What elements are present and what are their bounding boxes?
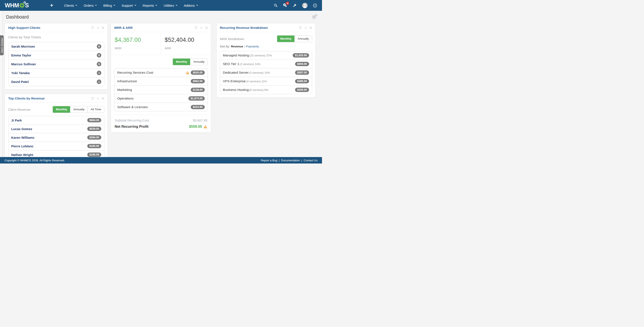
cost-label: Operations — [117, 96, 134, 100]
refresh-icon[interactable] — [194, 26, 198, 29]
whmcs-logo[interactable]: WHM S — [5, 2, 29, 9]
ticket-count-badge: 5 — [97, 62, 101, 66]
table-row[interactable]: Managed Hosting(25 services) 37%$1,625.0… — [220, 51, 312, 60]
table-row[interactable]: Karen Williams$384.00 — [8, 133, 104, 142]
panel-tools — [91, 97, 104, 100]
subtitle-row: Client Revenue Monthly Annually All Time — [8, 106, 104, 113]
help-icon[interactable]: ? — [313, 3, 317, 7]
table-row[interactable]: VPS Enterprise(4 services) 11%$480.00 — [220, 77, 312, 86]
period-toggle: Monthly Annually — [173, 58, 208, 65]
refresh-icon[interactable] — [299, 26, 302, 29]
arr-stat: $52,404.00 ARR — [161, 32, 211, 55]
main-content: Dashboard High Support Clients Clie — [0, 11, 322, 157]
product-name: Business Hosting — [223, 88, 249, 92]
table-row[interactable]: SEO Tier 1(2 services) 14%$600.00 — [220, 60, 312, 68]
period-toggle: Monthly Annually — [277, 35, 312, 42]
refresh-icon[interactable] — [91, 26, 94, 29]
top-navbar: WHM S + Clients Orders Billing Support R… — [0, 0, 322, 11]
modules-icon[interactable] — [283, 3, 287, 7]
client-name: Lucas Gomez — [11, 127, 32, 131]
toggle-annually[interactable]: Annually — [294, 35, 312, 42]
menu-support[interactable]: Support — [118, 0, 140, 10]
collapse-icon[interactable] — [200, 26, 203, 29]
table-row[interactable]: Nathan Wright$185.00 — [8, 151, 104, 157]
table-row[interactable]: Marcus Sullivan5 — [8, 60, 104, 69]
sort-option-popularity[interactable]: Popularity — [246, 45, 259, 48]
cost-badge: $223.95 — [191, 105, 205, 109]
close-icon[interactable] — [205, 26, 208, 29]
table-row[interactable]: Emma Taylor6 — [8, 51, 104, 60]
revenue-badge: $384.00 — [87, 135, 101, 140]
table-row[interactable]: Pierre Leblanc$185.00 — [8, 142, 104, 151]
revenue-badge: $480.00 — [295, 79, 309, 83]
panel-mrr-arr: MRR & ARR $4,367.00 MRR $52,404.00 ARR — [111, 23, 211, 133]
chevron-down-icon — [134, 5, 136, 6]
svg-text:?: ? — [314, 4, 316, 6]
table-row[interactable]: Operations$1,874.00 — [114, 94, 208, 103]
client-name: Ji Park — [11, 118, 22, 122]
collapse-icon[interactable] — [96, 26, 99, 29]
column-3: Recurring Revenue Breakdown MRR Breakdow… — [216, 23, 316, 102]
wrench-icon[interactable] — [293, 3, 297, 7]
menu-reports[interactable]: Reports — [140, 0, 160, 10]
toggle-monthly[interactable]: Monthly — [277, 35, 294, 42]
panel-recurring-revenue-breakdown: Recurring Revenue Breakdown MRR Breakdow… — [216, 23, 316, 98]
revenue-badge: $639.00 — [87, 127, 101, 131]
panel-tools — [194, 26, 208, 29]
revenue-badge: $600.00 — [295, 62, 309, 66]
toggle-all-time[interactable]: All Time — [88, 106, 104, 113]
dashboard-settings-gear-icon[interactable] — [312, 15, 317, 20]
open-sidebar-label: Open Sidebar — [1, 38, 3, 53]
product-name: Managed Hosting — [223, 53, 249, 57]
notification-badge — [286, 1, 289, 5]
table-row[interactable]: Software & Licenses$223.95 — [114, 103, 208, 111]
collapse-icon[interactable] — [304, 26, 307, 29]
client-name: Karen Williams — [11, 136, 34, 139]
footer-link-contact-us[interactable]: Contact Us — [304, 159, 318, 162]
warning-icon — [204, 125, 207, 129]
table-row[interactable]: Infrastructure$962.00 — [114, 77, 208, 86]
menu-billing[interactable]: Billing — [100, 0, 118, 10]
table-row[interactable]: Dedicated Server(3 services) 14%$597.00 — [220, 68, 312, 77]
revenue-badge: $1,625.00 — [293, 53, 309, 57]
menu-orders[interactable]: Orders — [80, 0, 100, 10]
cost-badge: $128.00 — [191, 88, 205, 92]
add-new-button[interactable]: + — [49, 2, 54, 9]
footer-link-report-a-bug[interactable]: Report a Bug — [261, 159, 278, 162]
cost-badge: $962.00 — [191, 79, 205, 83]
menu-addons[interactable]: Addons — [180, 0, 201, 10]
menu-clients[interactable]: Clients — [61, 0, 80, 10]
table-row[interactable]: Sarah Morrison8 — [8, 42, 104, 51]
navbar-icons: ? — [274, 3, 319, 8]
close-icon[interactable] — [102, 26, 104, 29]
open-sidebar-tab[interactable]: Open Sidebar — [0, 35, 4, 55]
table-row[interactable]: Yuki Tanaka1 — [8, 69, 104, 77]
toggle-monthly[interactable]: Monthly — [53, 106, 70, 113]
toggle-annually[interactable]: Annually — [70, 106, 88, 113]
mrr-breakdown-list: Managed Hosting(25 services) 37%$1,625.0… — [220, 51, 312, 94]
footer-link-documentation[interactable]: Documentation — [281, 159, 300, 162]
table-row[interactable]: Business Hosting(8 services) 8%$360.00 — [220, 86, 312, 94]
close-icon[interactable] — [310, 26, 312, 29]
toggle-monthly[interactable]: Monthly — [173, 59, 190, 65]
sort-option-revenue[interactable]: Revenue — [231, 45, 243, 48]
collapse-icon[interactable] — [96, 97, 99, 100]
panel-body: MRR Breakdown Monthly Annually Sort by: … — [216, 32, 315, 97]
totals-section: Subtotal Recurring Cost $3,807.95 Net Re… — [114, 115, 208, 129]
table-row[interactable]: Lucas Gomez$639.00 — [8, 125, 104, 133]
table-row[interactable]: David Patel1 — [8, 77, 104, 86]
table-row[interactable]: Marketing$128.00 — [114, 86, 208, 94]
client-name: David Patel — [11, 80, 29, 84]
toggle-annually[interactable]: Annually — [190, 59, 208, 65]
refresh-icon[interactable] — [91, 97, 94, 100]
plus-icon: + — [50, 2, 53, 8]
net-profit-label: Net Recurring Profit — [115, 124, 148, 129]
revenue-badge: $185.00 — [87, 144, 101, 148]
avatar[interactable] — [302, 3, 308, 8]
table-row[interactable]: Ji Park$684.00 — [8, 116, 104, 125]
search-icon[interactable] — [274, 3, 278, 7]
table-row[interactable]: Recurring Services Cost $620.00 — [114, 68, 208, 77]
menu-utilities[interactable]: Utilities — [160, 0, 180, 10]
client-revenue-list: Ji Park$684.00 Lucas Gomez$639.00 Karen … — [8, 116, 104, 157]
close-icon[interactable] — [102, 97, 104, 100]
